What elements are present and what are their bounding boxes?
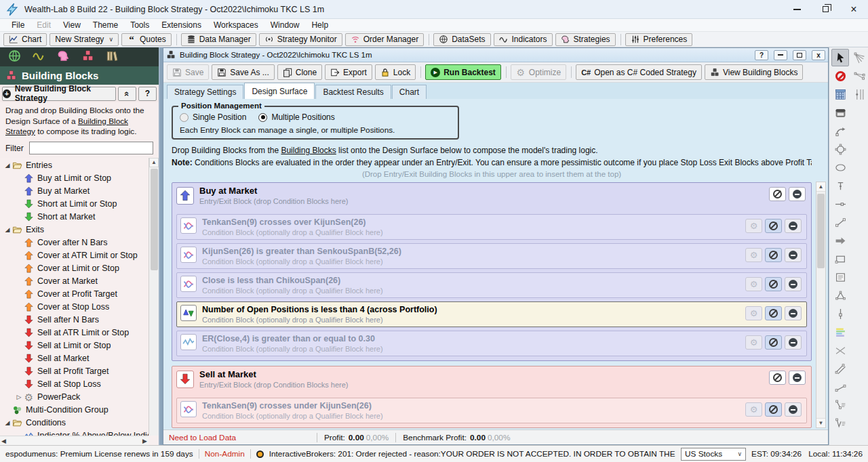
- panel-tab-wave-yellow[interactable]: [33, 49, 45, 64]
- scroll-up-icon[interactable]: ▲: [816, 182, 825, 192]
- tool-grid[interactable]: [831, 85, 849, 103]
- tree-item-sell-at-market[interactable]: Sell at Market: [0, 352, 149, 365]
- condition-tenkansen-9-crosses-under-kijunsen-26[interactable]: TenkanSen(9) crosses under KijunSen(26)C…: [176, 398, 807, 423]
- panel-tab-cubes[interactable]: [81, 49, 94, 64]
- tab-backtest-results[interactable]: Backtest Results: [315, 85, 391, 99]
- tool-zigzag-note[interactable]: [831, 415, 849, 432]
- document-maximize-button[interactable]: [793, 50, 806, 60]
- tool-vline-top[interactable]: [831, 177, 849, 194]
- tree-horizontal-scrollbar[interactable]: ◀ ▶: [0, 436, 149, 445]
- tree-vertical-scrollbar[interactable]: ▲: [149, 158, 159, 436]
- help-button[interactable]: ?: [138, 87, 157, 101]
- save-button[interactable]: Save: [167, 64, 209, 80]
- tree-item-conditions[interactable]: ◢Conditions: [0, 417, 149, 429]
- condition-number-of-open-positions-is-less-than-4-across-portfolio[interactable]: Number of Open Positions is less than 4 …: [176, 301, 807, 327]
- settings-button[interactable]: ⚙: [745, 402, 762, 417]
- condition-tenkansen-9-crosses-over-kijunsen-26[interactable]: TenkanSen(9) crosses over KijunSen(26)Co…: [176, 214, 807, 240]
- radio-single-position[interactable]: Single Position: [180, 112, 246, 122]
- preferences-button[interactable]: Preferences: [625, 33, 693, 46]
- optimize-button[interactable]: ⚙Optimize: [511, 64, 566, 80]
- open-as-c-coded-strategy-button[interactable]: C#Open as C# Coded Strategy: [576, 64, 702, 80]
- disable-button[interactable]: [765, 248, 782, 262]
- tool-multiline[interactable]: [850, 67, 868, 85]
- tree-item-sell-at-profit-target[interactable]: Sell at Profit Target: [0, 365, 149, 378]
- building-blocks-link[interactable]: Building Blocks: [281, 146, 336, 155]
- menu-help[interactable]: Help: [305, 20, 334, 30]
- new-building-block-strategy-button[interactable]: + New Building Block Strategy: [2, 87, 116, 101]
- scroll-right-icon[interactable]: ▶: [142, 438, 147, 444]
- filter-input[interactable]: [29, 142, 153, 154]
- disable-button[interactable]: [765, 277, 782, 291]
- tab-strategy-settings[interactable]: Strategy Settings: [167, 85, 243, 99]
- tool-polyline-note[interactable]: [831, 396, 849, 414]
- settings-button[interactable]: ⚙: [745, 335, 762, 350]
- settings-button[interactable]: ⚙: [745, 277, 762, 291]
- run-backtest-button[interactable]: ▶Run Backtest: [425, 64, 501, 80]
- panel-tab-brain-pink[interactable]: [57, 49, 70, 64]
- remove-button[interactable]: [785, 219, 802, 233]
- view-building-blocks-button[interactable]: View Building Blocks: [705, 64, 804, 80]
- tool-cross[interactable]: [831, 341, 849, 359]
- expander-icon[interactable]: ◢: [3, 419, 12, 426]
- remove-button[interactable]: [785, 306, 802, 320]
- tree-item-sell-after-n-bars[interactable]: Sell after N Bars: [0, 314, 149, 327]
- remove-button[interactable]: [785, 248, 802, 262]
- indicators-button[interactable]: Indicators: [494, 33, 553, 46]
- clone-button[interactable]: Clone: [277, 64, 322, 80]
- disable-button[interactable]: [765, 219, 782, 233]
- tab-chart[interactable]: Chart: [392, 85, 427, 99]
- tree-item-powerpack[interactable]: ▷⚙PowerPack: [0, 391, 149, 404]
- tab-design-surface[interactable]: Design Surface: [244, 83, 315, 99]
- close-button[interactable]: ×: [840, 0, 868, 18]
- remove-button[interactable]: [789, 187, 806, 201]
- tool-vlines[interactable]: [850, 85, 868, 103]
- collapse-all-button[interactable]: «: [118, 87, 136, 101]
- remove-button[interactable]: [789, 371, 806, 385]
- remove-button[interactable]: [785, 335, 802, 350]
- menu-tools[interactable]: Tools: [124, 20, 155, 30]
- menu-file[interactable]: File: [5, 20, 31, 30]
- minimize-button[interactable]: [783, 0, 811, 18]
- settings-button[interactable]: ⚙: [745, 248, 762, 262]
- tree-item-sell-at-stop-loss[interactable]: Sell at Stop Loss: [0, 378, 149, 391]
- tree-item-buy-at-market[interactable]: Buy at Market: [0, 185, 149, 198]
- document-minimize-button[interactable]: [774, 50, 787, 60]
- disable-button[interactable]: [765, 402, 782, 417]
- disable-button[interactable]: [765, 306, 782, 320]
- menu-workspaces[interactable]: Workspaces: [208, 20, 264, 30]
- export-button[interactable]: Export: [325, 64, 372, 80]
- remove-button[interactable]: [785, 277, 802, 291]
- disable-button[interactable]: [765, 335, 782, 350]
- tool-note[interactable]: [831, 268, 849, 286]
- tree-item-sell-at-limit-or-stop[interactable]: Sell at Limit or Stop: [0, 339, 149, 352]
- settings-button[interactable]: ⚙: [745, 219, 762, 233]
- tool-trendline[interactable]: [831, 378, 849, 396]
- tree-item-cover-at-atr-limit-or-stop[interactable]: Cover at ATR Limit or Stop: [0, 249, 149, 262]
- tree-item-short-at-market[interactable]: Short at Market: [0, 211, 149, 224]
- scroll-thumb[interactable]: [817, 194, 825, 268]
- tool-cursor[interactable]: [831, 49, 849, 66]
- expander-icon[interactable]: ◢: [3, 162, 12, 169]
- panel-tab-globe-green[interactable]: [8, 49, 21, 64]
- block-buy-at-market[interactable]: Buy at MarketEntry/Exit Block (drop Cond…: [172, 182, 812, 361]
- menu-view[interactable]: View: [57, 20, 87, 30]
- tool-flip[interactable]: [831, 122, 849, 140]
- tree-item-buy-at-limit-or-stop[interactable]: Buy at Limit or Stop: [0, 172, 149, 185]
- menu-theme[interactable]: Theme: [87, 20, 124, 30]
- tree-item-exits[interactable]: ◢Exits: [0, 224, 149, 236]
- tool-fan[interactable]: [850, 49, 868, 66]
- restore-button[interactable]: [811, 0, 840, 18]
- tree-item-entries[interactable]: ◢Entries: [0, 159, 149, 172]
- tool-h-slider[interactable]: [831, 195, 849, 213]
- tree-item-short-at-limit-or-stop[interactable]: Short at Limit or Stop: [0, 198, 149, 211]
- datasets-button[interactable]: DataSets: [433, 33, 490, 46]
- radio-multiple-positions[interactable]: Multiple Positions: [258, 112, 334, 122]
- tool-channel[interactable]: [831, 360, 849, 377]
- chart-button[interactable]: Chart: [3, 33, 47, 46]
- tree-item-cover-at-limit-or-stop[interactable]: Cover at Limit or Stop: [0, 262, 149, 275]
- tree-item-cover-at-stop-loss[interactable]: Cover at Stop Loss: [0, 301, 149, 314]
- tree-item-cover-at-market[interactable]: Cover at Market: [0, 275, 149, 288]
- tree-item-sell-at-atr-limit-or-stop[interactable]: Sell at ATR Limit or Stop: [0, 327, 149, 339]
- document-close-button[interactable]: x: [812, 50, 825, 60]
- panel-tab-books[interactable]: [106, 49, 119, 64]
